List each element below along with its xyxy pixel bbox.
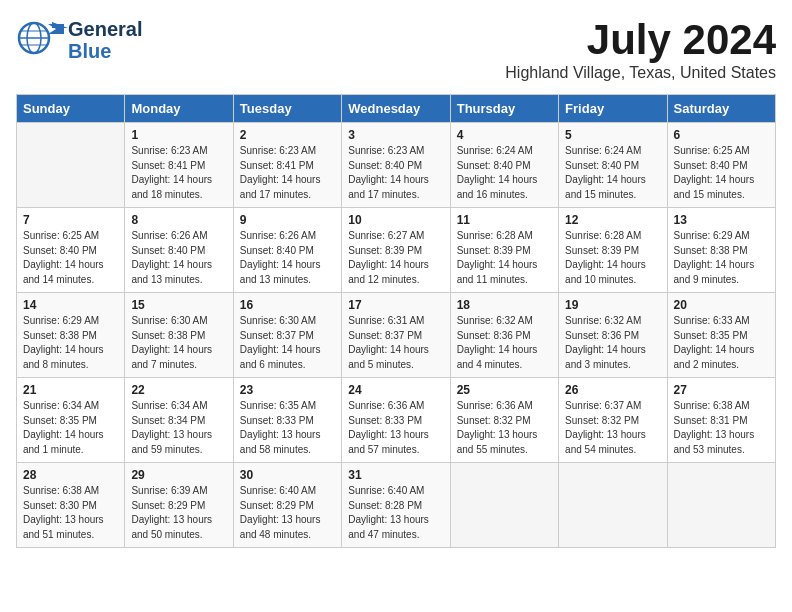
day-number: 28	[23, 468, 118, 482]
cell-info: Sunrise: 6:33 AM Sunset: 8:35 PM Dayligh…	[674, 314, 769, 372]
day-number: 5	[565, 128, 660, 142]
cell-info: Sunrise: 6:34 AM Sunset: 8:35 PM Dayligh…	[23, 399, 118, 457]
cell-info: Sunrise: 6:25 AM Sunset: 8:40 PM Dayligh…	[674, 144, 769, 202]
calendar-cell: 19Sunrise: 6:32 AM Sunset: 8:36 PM Dayli…	[559, 293, 667, 378]
calendar-cell: 12Sunrise: 6:28 AM Sunset: 8:39 PM Dayli…	[559, 208, 667, 293]
cell-info: Sunrise: 6:36 AM Sunset: 8:33 PM Dayligh…	[348, 399, 443, 457]
cell-info: Sunrise: 6:25 AM Sunset: 8:40 PM Dayligh…	[23, 229, 118, 287]
day-number: 26	[565, 383, 660, 397]
cell-info: Sunrise: 6:23 AM Sunset: 8:41 PM Dayligh…	[131, 144, 226, 202]
calendar-cell: 2Sunrise: 6:23 AM Sunset: 8:41 PM Daylig…	[233, 123, 341, 208]
cell-info: Sunrise: 6:34 AM Sunset: 8:34 PM Dayligh…	[131, 399, 226, 457]
cell-info: Sunrise: 6:29 AM Sunset: 8:38 PM Dayligh…	[674, 229, 769, 287]
day-header-saturday: Saturday	[667, 95, 775, 123]
days-header-row: SundayMondayTuesdayWednesdayThursdayFrid…	[17, 95, 776, 123]
calendar-cell: 9Sunrise: 6:26 AM Sunset: 8:40 PM Daylig…	[233, 208, 341, 293]
cell-info: Sunrise: 6:28 AM Sunset: 8:39 PM Dayligh…	[457, 229, 552, 287]
calendar-cell: 21Sunrise: 6:34 AM Sunset: 8:35 PM Dayli…	[17, 378, 125, 463]
day-number: 18	[457, 298, 552, 312]
day-number: 27	[674, 383, 769, 397]
cell-info: Sunrise: 6:40 AM Sunset: 8:29 PM Dayligh…	[240, 484, 335, 542]
calendar-cell: 18Sunrise: 6:32 AM Sunset: 8:36 PM Dayli…	[450, 293, 558, 378]
calendar-cell: 11Sunrise: 6:28 AM Sunset: 8:39 PM Dayli…	[450, 208, 558, 293]
cell-info: Sunrise: 6:32 AM Sunset: 8:36 PM Dayligh…	[565, 314, 660, 372]
calendar-cell: 28Sunrise: 6:38 AM Sunset: 8:30 PM Dayli…	[17, 463, 125, 548]
cell-info: Sunrise: 6:24 AM Sunset: 8:40 PM Dayligh…	[565, 144, 660, 202]
day-number: 1	[131, 128, 226, 142]
calendar-cell: 15Sunrise: 6:30 AM Sunset: 8:38 PM Dayli…	[125, 293, 233, 378]
calendar-table: SundayMondayTuesdayWednesdayThursdayFrid…	[16, 94, 776, 548]
day-header-tuesday: Tuesday	[233, 95, 341, 123]
cell-info: Sunrise: 6:35 AM Sunset: 8:33 PM Dayligh…	[240, 399, 335, 457]
calendar-week-row: 7Sunrise: 6:25 AM Sunset: 8:40 PM Daylig…	[17, 208, 776, 293]
calendar-cell: 16Sunrise: 6:30 AM Sunset: 8:37 PM Dayli…	[233, 293, 341, 378]
calendar-week-row: 28Sunrise: 6:38 AM Sunset: 8:30 PM Dayli…	[17, 463, 776, 548]
day-number: 6	[674, 128, 769, 142]
logo-blue: Blue	[68, 40, 142, 62]
cell-info: Sunrise: 6:27 AM Sunset: 8:39 PM Dayligh…	[348, 229, 443, 287]
svg-marker-6	[52, 22, 68, 28]
calendar-cell: 10Sunrise: 6:27 AM Sunset: 8:39 PM Dayli…	[342, 208, 450, 293]
calendar-cell: 30Sunrise: 6:40 AM Sunset: 8:29 PM Dayli…	[233, 463, 341, 548]
day-number: 11	[457, 213, 552, 227]
cell-info: Sunrise: 6:23 AM Sunset: 8:40 PM Dayligh…	[348, 144, 443, 202]
cell-info: Sunrise: 6:29 AM Sunset: 8:38 PM Dayligh…	[23, 314, 118, 372]
cell-info: Sunrise: 6:37 AM Sunset: 8:32 PM Dayligh…	[565, 399, 660, 457]
cell-info: Sunrise: 6:28 AM Sunset: 8:39 PM Dayligh…	[565, 229, 660, 287]
calendar-cell: 14Sunrise: 6:29 AM Sunset: 8:38 PM Dayli…	[17, 293, 125, 378]
cell-info: Sunrise: 6:24 AM Sunset: 8:40 PM Dayligh…	[457, 144, 552, 202]
day-number: 24	[348, 383, 443, 397]
day-number: 10	[348, 213, 443, 227]
logo: General Blue	[16, 16, 142, 64]
cell-info: Sunrise: 6:38 AM Sunset: 8:30 PM Dayligh…	[23, 484, 118, 542]
calendar-cell: 24Sunrise: 6:36 AM Sunset: 8:33 PM Dayli…	[342, 378, 450, 463]
day-number: 7	[23, 213, 118, 227]
day-number: 21	[23, 383, 118, 397]
title-area: July 2024 Highland Village, Texas, Unite…	[505, 16, 776, 82]
calendar-cell: 26Sunrise: 6:37 AM Sunset: 8:32 PM Dayli…	[559, 378, 667, 463]
calendar-cell: 3Sunrise: 6:23 AM Sunset: 8:40 PM Daylig…	[342, 123, 450, 208]
day-number: 3	[348, 128, 443, 142]
cell-info: Sunrise: 6:30 AM Sunset: 8:38 PM Dayligh…	[131, 314, 226, 372]
cell-info: Sunrise: 6:40 AM Sunset: 8:28 PM Dayligh…	[348, 484, 443, 542]
cell-info: Sunrise: 6:31 AM Sunset: 8:37 PM Dayligh…	[348, 314, 443, 372]
day-number: 13	[674, 213, 769, 227]
calendar-cell: 6Sunrise: 6:25 AM Sunset: 8:40 PM Daylig…	[667, 123, 775, 208]
calendar-cell	[667, 463, 775, 548]
calendar-cell	[17, 123, 125, 208]
calendar-cell: 8Sunrise: 6:26 AM Sunset: 8:40 PM Daylig…	[125, 208, 233, 293]
calendar-cell: 23Sunrise: 6:35 AM Sunset: 8:33 PM Dayli…	[233, 378, 341, 463]
day-header-wednesday: Wednesday	[342, 95, 450, 123]
day-number: 16	[240, 298, 335, 312]
day-number: 23	[240, 383, 335, 397]
day-number: 12	[565, 213, 660, 227]
logo-icon	[16, 16, 68, 60]
day-number: 29	[131, 468, 226, 482]
cell-info: Sunrise: 6:38 AM Sunset: 8:31 PM Dayligh…	[674, 399, 769, 457]
day-number: 20	[674, 298, 769, 312]
cell-info: Sunrise: 6:32 AM Sunset: 8:36 PM Dayligh…	[457, 314, 552, 372]
calendar-cell: 5Sunrise: 6:24 AM Sunset: 8:40 PM Daylig…	[559, 123, 667, 208]
calendar-week-row: 1Sunrise: 6:23 AM Sunset: 8:41 PM Daylig…	[17, 123, 776, 208]
day-number: 19	[565, 298, 660, 312]
calendar-cell: 22Sunrise: 6:34 AM Sunset: 8:34 PM Dayli…	[125, 378, 233, 463]
cell-info: Sunrise: 6:36 AM Sunset: 8:32 PM Dayligh…	[457, 399, 552, 457]
day-number: 4	[457, 128, 552, 142]
day-header-sunday: Sunday	[17, 95, 125, 123]
cell-info: Sunrise: 6:30 AM Sunset: 8:37 PM Dayligh…	[240, 314, 335, 372]
calendar-cell: 31Sunrise: 6:40 AM Sunset: 8:28 PM Dayli…	[342, 463, 450, 548]
day-header-monday: Monday	[125, 95, 233, 123]
day-number: 8	[131, 213, 226, 227]
day-number: 17	[348, 298, 443, 312]
day-header-thursday: Thursday	[450, 95, 558, 123]
cell-info: Sunrise: 6:23 AM Sunset: 8:41 PM Dayligh…	[240, 144, 335, 202]
day-number: 25	[457, 383, 552, 397]
calendar-cell: 20Sunrise: 6:33 AM Sunset: 8:35 PM Dayli…	[667, 293, 775, 378]
page-header: General Blue July 2024 Highland Village,…	[16, 16, 776, 82]
calendar-cell	[559, 463, 667, 548]
calendar-cell: 7Sunrise: 6:25 AM Sunset: 8:40 PM Daylig…	[17, 208, 125, 293]
calendar-cell: 1Sunrise: 6:23 AM Sunset: 8:41 PM Daylig…	[125, 123, 233, 208]
calendar-week-row: 14Sunrise: 6:29 AM Sunset: 8:38 PM Dayli…	[17, 293, 776, 378]
cell-info: Sunrise: 6:39 AM Sunset: 8:29 PM Dayligh…	[131, 484, 226, 542]
logo-general: General	[68, 18, 142, 40]
